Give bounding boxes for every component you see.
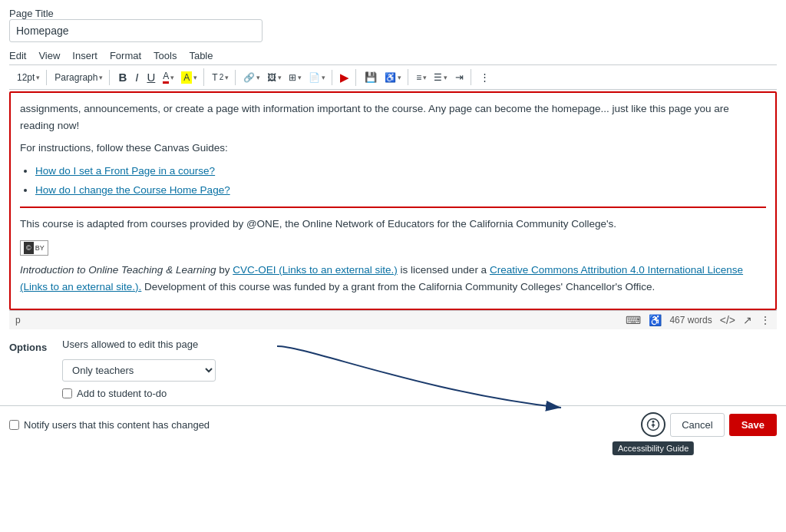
- page-title-label: Page Title: [9, 8, 54, 19]
- student-todo-label: Add to student to-do: [77, 388, 167, 399]
- users-allowed-select[interactable]: Only teachers Teachers and Students Anyo…: [62, 359, 216, 382]
- accessibility-check-dropdown[interactable]: ♿▾: [381, 70, 405, 85]
- by-text: by: [219, 264, 233, 276]
- menu-format[interactable]: Format: [110, 50, 141, 61]
- link-item-1: How do I set a Front Page in a course?: [35, 163, 766, 180]
- link-item-2: How do I change the Course Home Page?: [35, 182, 766, 199]
- accessibility-tooltip: Accessibility Guide: [613, 441, 694, 455]
- accessibility-icon[interactable]: ♿: [649, 314, 662, 326]
- accessibility-guide-icon: [646, 418, 660, 431]
- accessibility-guide-button[interactable]: [641, 412, 665, 437]
- menu-table[interactable]: Table: [189, 50, 213, 61]
- options-section: Options Users allowed to edit this page …: [0, 329, 786, 405]
- license-para: Introduction to Online Teaching & Learni…: [20, 262, 766, 295]
- align-dropdown[interactable]: ≡▾: [413, 70, 430, 85]
- italic-button[interactable]: I: [131, 68, 142, 86]
- editor-content[interactable]: assignments, announcements, or create a …: [9, 91, 777, 310]
- save-draft-button[interactable]: 💾: [361, 69, 381, 85]
- youtube-button[interactable]: ▶: [337, 69, 352, 86]
- suffix-text: Development of this course was funded by…: [144, 281, 655, 292]
- cancel-button[interactable]: Cancel: [670, 413, 724, 437]
- canvas-guide-link-2[interactable]: How do I change the Course Home Page?: [35, 184, 230, 196]
- more-options-button[interactable]: ⋮: [476, 69, 494, 85]
- content-para-1: assignments, announcements, or create a …: [20, 101, 766, 134]
- font-size-dropdown[interactable]: 12pt ▾: [14, 70, 43, 85]
- menu-edit[interactable]: Edit: [9, 50, 26, 61]
- image-dropdown[interactable]: 🖼▾: [264, 70, 285, 85]
- more-status-button[interactable]: ⋮: [760, 314, 771, 326]
- arrow-annotation: [269, 331, 730, 423]
- notify-checkbox[interactable]: [9, 420, 19, 430]
- canvas-guide-link-1[interactable]: How do I set a Front Page in a course?: [35, 165, 215, 177]
- save-button[interactable]: Save: [729, 414, 777, 436]
- list-dropdown[interactable]: ☰▾: [431, 70, 451, 85]
- status-bar: p ⌨ ♿ 467 words </> ↗ ⋮: [9, 310, 777, 329]
- svg-point-2: [652, 421, 655, 423]
- indent-button[interactable]: ⇥: [451, 69, 467, 85]
- book-title: Introduction to Online Teaching & Learni…: [20, 264, 216, 276]
- content-divider: [20, 207, 766, 208]
- cc-icon: ©: [24, 242, 34, 254]
- underline-button[interactable]: U: [143, 68, 159, 86]
- keyboard-shortcut-icon[interactable]: ⌨: [626, 314, 641, 326]
- element-indicator: p: [15, 315, 21, 325]
- menu-insert[interactable]: Insert: [72, 50, 97, 61]
- fullscreen-button[interactable]: ↗: [743, 314, 752, 326]
- cc-by-label: BY: [35, 243, 45, 253]
- highlight-dropdown[interactable]: A▾: [178, 69, 200, 86]
- notify-label: Notify users that this content has chang…: [24, 419, 210, 431]
- source-code-button[interactable]: </>: [720, 314, 735, 326]
- bold-button[interactable]: B: [114, 68, 130, 86]
- word-count: 467 words: [669, 315, 712, 325]
- editor-toolbar: 12pt ▾ Paragraph ▾ B I U A▾ A▾ T2▾: [9, 64, 777, 90]
- link-dropdown[interactable]: 🔗▾: [240, 70, 263, 85]
- superscript-dropdown[interactable]: T2▾: [209, 70, 232, 85]
- media-dropdown[interactable]: ⊞▾: [286, 70, 305, 85]
- menu-bar: Edit View Insert Format Tools Table: [9, 50, 777, 61]
- options-label: Options: [9, 339, 47, 353]
- cc-badge: © BY: [20, 240, 48, 256]
- licensed-text: is licensed under a: [401, 264, 490, 276]
- menu-view[interactable]: View: [38, 50, 60, 61]
- font-color-dropdown[interactable]: A▾: [160, 68, 177, 86]
- page-title-input[interactable]: [9, 19, 263, 42]
- student-todo-checkbox[interactable]: [62, 388, 72, 398]
- menu-tools[interactable]: Tools: [154, 50, 177, 61]
- cvc-oei-link[interactable]: CVC-OEI (Links to an external site.): [233, 264, 398, 276]
- users-allowed-label: Users allowed to edit this page: [62, 339, 216, 350]
- footer-buttons: Accessibility Guide Cancel Save: [641, 412, 777, 437]
- adapted-text: This course is adapted from courses prov…: [20, 216, 766, 233]
- content-para-2: For instructions, follow these Canvas Gu…: [20, 140, 766, 157]
- embed-dropdown[interactable]: 📄▾: [305, 70, 329, 85]
- paragraph-style-dropdown[interactable]: Paragraph ▾: [51, 70, 106, 85]
